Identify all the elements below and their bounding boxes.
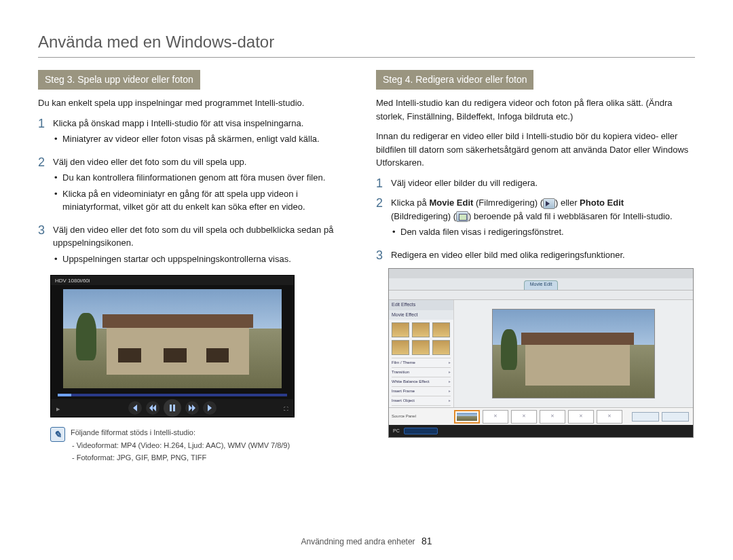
right-column: Steg 4. Redigera videor eller foton Med … — [376, 70, 695, 465]
step3-item1-bullet1: Miniatyrer av videor eller foton visas p… — [53, 132, 357, 146]
sidebar-header: Edit Effects — [389, 300, 453, 310]
editor-sidebar: Edit Effects Movie Effect Film / Theme T… — [389, 300, 454, 407]
step4-intro2: Innan du redigerar en video eller bild i… — [376, 130, 695, 170]
timeline-clip-selected[interactable] — [454, 410, 480, 424]
step3-item2-bullet2: Klicka på en videominiatyr en gång för a… — [53, 187, 357, 214]
sidebar-categories: Film / Theme Transition White Balance Ef… — [389, 358, 453, 415]
step3-num-3: 3 — [38, 223, 53, 238]
step4-item2-post-b: ) beroende på vald fil i webbläsaren för… — [468, 211, 673, 221]
effect-thumb[interactable] — [432, 322, 450, 337]
timeline-label: Source Panel — [392, 413, 416, 419]
photo-edit-icon — [456, 211, 468, 222]
prev-button[interactable] — [128, 401, 142, 415]
effect-thumb[interactable] — [412, 340, 430, 355]
sidebar-cat[interactable]: Insert Frame — [392, 386, 451, 396]
status-tag: PC — [393, 428, 400, 435]
sidebar-cat[interactable]: Transition — [392, 367, 451, 377]
step4-header: Steg 4. Redigera videor eller foton — [376, 70, 533, 90]
sidebar-cat[interactable]: White Balance Effect — [392, 377, 451, 386]
step3-intro: Du kan enkelt spela upp inspelningar med… — [38, 96, 357, 110]
step4-item2-post-a: (Bildredigering) ( — [391, 211, 456, 221]
editor-timeline: Source Panel ✕ ✕ ✕ ✕ ✕ — [389, 407, 693, 425]
effect-thumb[interactable] — [392, 322, 409, 337]
step4-num-1: 1 — [376, 176, 391, 191]
rewind-button[interactable] — [146, 401, 159, 415]
format-note: ✎ Följande filformat stöds i Intelli-stu… — [50, 427, 357, 465]
sidebar-cat[interactable]: Film / Theme — [392, 358, 451, 367]
effect-thumb[interactable] — [392, 340, 409, 355]
step3-item2-bullet1: Du kan kontrollera filinformationen geno… — [53, 171, 357, 185]
editor-menubar[interactable] — [389, 269, 693, 278]
timeline-action-button[interactable] — [662, 412, 689, 422]
preview-image — [492, 309, 655, 398]
page-footer: Användning med andra enheter 81 — [0, 536, 733, 546]
play-pause-button[interactable] — [164, 399, 181, 417]
step4-item2-mid1: (Filmredigering) ( — [473, 198, 543, 208]
page-number: 81 — [421, 536, 432, 546]
step3-item3-bullet1: Uppspelningen startar och uppspelningsko… — [53, 253, 357, 266]
next-button[interactable] — [203, 401, 217, 415]
forward-button[interactable] — [185, 401, 199, 415]
step4-item2-pre: Klicka på — [391, 198, 429, 208]
note-line3: - Fotoformat: JPG, GIF, BMP, PNG, TIFF — [71, 452, 290, 464]
status-pill — [404, 428, 438, 434]
step4-intro1: Med Intelli-studio kan du redigera video… — [376, 96, 695, 123]
timeline-clip-empty[interactable]: ✕ — [597, 410, 622, 424]
step4-item2-mid2: ) eller — [555, 198, 580, 208]
timeline-clip-empty[interactable]: ✕ — [568, 410, 594, 424]
note-icon: ✎ — [50, 427, 65, 442]
movie-edit-tab[interactable]: Movie Edit — [524, 280, 558, 290]
step3-header: Steg 3. Spela upp videor eller foton — [38, 70, 200, 90]
editor-figure: Movie Edit Edit Effects Movie Effect — [388, 268, 694, 438]
editor-preview — [454, 300, 693, 407]
footer-section: Användning med andra enheter — [301, 537, 415, 546]
step4-item1-text: Välj videor eller bilder du vill rediger… — [391, 178, 538, 188]
step4-item2-bullet1: Den valda filen visas i redigeringsfönst… — [391, 225, 695, 239]
step4-item3-text: Redigera en video eller bild med olika r… — [391, 250, 625, 260]
player-titlebar: HDV 1080i/60i — [51, 276, 294, 285]
timeline-clip-empty[interactable]: ✕ — [483, 410, 508, 424]
step3-item3-text: Välj den video eller det foto som du vil… — [53, 225, 333, 248]
photo-edit-label: Photo Edit — [580, 198, 624, 208]
step3-item1-text: Klicka på önskad mapp i Intelli-studio f… — [53, 118, 303, 128]
player-video-frame — [63, 289, 282, 388]
step3-num-2: 2 — [38, 155, 53, 170]
sidebar-cat[interactable]: Insert Object — [392, 396, 451, 405]
timeline-clip-empty[interactable]: ✕ — [540, 410, 565, 424]
sidebar-subheader: Movie Effect — [389, 310, 453, 320]
effect-thumb[interactable] — [432, 340, 450, 355]
timeline-clip-empty[interactable]: ✕ — [511, 410, 537, 424]
effect-thumbnails — [389, 320, 453, 358]
fullscreen-icon[interactable]: ⛶ — [284, 406, 288, 413]
media-player-figure: HDV 1080i/60i ▶ ⛶ — [50, 275, 295, 417]
left-column: Steg 3. Spela upp videor eller foton Du … — [38, 70, 357, 465]
movie-edit-label: Movie Edit — [429, 198, 473, 208]
note-line1: Följande filformat stöds i Intelli-studi… — [71, 427, 290, 438]
step4-num-2: 2 — [376, 196, 391, 211]
player-controls — [51, 399, 294, 417]
page-title: Använda med en Windows-dator — [38, 33, 695, 58]
editor-statusbar: PC — [389, 425, 693, 437]
timeline-action-button[interactable] — [632, 412, 659, 422]
player-left-indicator: ▶ — [56, 406, 60, 413]
effect-thumb[interactable] — [412, 322, 430, 337]
step4-num-3: 3 — [376, 248, 391, 263]
step3-item2-text: Välj den video eller det foto som du vil… — [53, 157, 246, 167]
player-seek-bar[interactable] — [58, 394, 287, 396]
editor-toolbar[interactable] — [389, 291, 693, 300]
movie-edit-icon — [543, 198, 555, 209]
editor-tabbar: Movie Edit — [389, 278, 693, 291]
note-line2: - Videoformat: MP4 (Video: H.264, Ljud: … — [71, 440, 290, 451]
step3-num-1: 1 — [38, 117, 53, 132]
